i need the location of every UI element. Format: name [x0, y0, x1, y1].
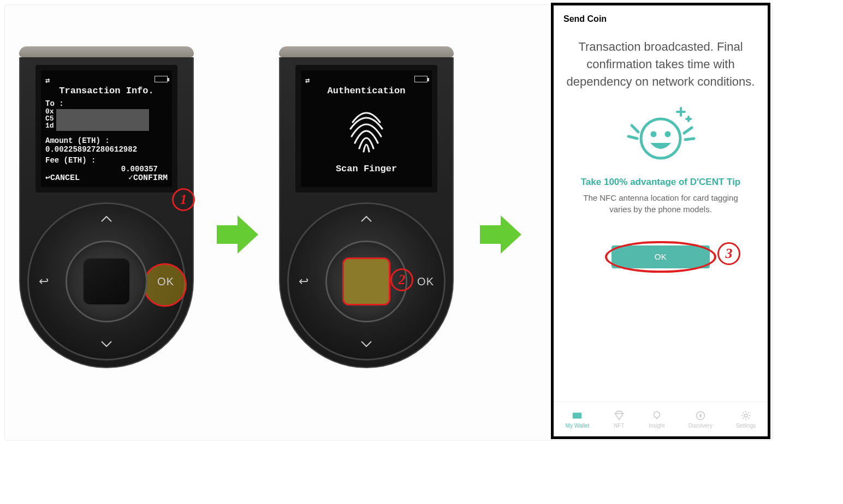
bulb-icon	[651, 410, 663, 422]
battery-icon	[155, 76, 168, 82]
tip-title: Take 100% advantage of D'CENT Tip	[554, 177, 768, 188]
wheel-ok[interactable]: OK	[417, 275, 434, 288]
fingerprint-sensor[interactable]	[82, 257, 130, 305]
wheel-down[interactable]	[360, 337, 372, 351]
address-redacted	[56, 109, 149, 131]
device-screen-txinfo: ⇄ Transaction Info. To : 0x C5 1d Amount…	[35, 65, 177, 193]
device-body: ⇄ Authentication	[279, 57, 454, 368]
wheel-back[interactable]: ↩	[39, 274, 49, 289]
amount-value: 0.002258927280612982	[45, 145, 168, 154]
fee-label: Fee (ETH) :	[45, 156, 168, 165]
device-top-cap	[279, 46, 454, 57]
diamond-icon	[613, 410, 625, 422]
amount-label: Amount (ETH) :	[45, 136, 168, 145]
svg-marker-18	[699, 413, 702, 418]
screen-title: Authentication	[328, 86, 406, 96]
step-badge-3: 3	[717, 242, 740, 265]
svg-line-5	[632, 125, 638, 132]
addr-prefix-3: 1d	[45, 122, 54, 129]
step-badge-1: 1	[172, 188, 195, 211]
hardware-wallet-step2: ⇄ Authentication	[279, 46, 454, 368]
svg-point-4	[666, 133, 669, 136]
tab-label: Insight	[649, 423, 664, 429]
wheel-down[interactable]	[100, 337, 112, 351]
wheel-up[interactable]	[360, 212, 372, 226]
phone-screen: Send Coin Transaction broadcasted. Final…	[551, 3, 770, 439]
flow-arrow-icon	[480, 215, 521, 254]
svg-line-6	[628, 136, 637, 139]
svg-point-2	[641, 119, 680, 158]
device-top-cap	[19, 46, 194, 57]
tab-settings[interactable]: Settings	[736, 410, 756, 429]
scan-finger-text: Scan Finger	[336, 164, 397, 174]
wheel-ok-label: OK	[157, 275, 174, 287]
svg-marker-14	[615, 413, 623, 419]
hardware-wallet-step1: ⇄ Transaction Info. To : 0x C5 1d Amount…	[19, 46, 194, 368]
wheel-inner	[66, 241, 147, 322]
gear-icon	[740, 410, 752, 422]
cancel-action[interactable]: ↩CANCEL	[45, 172, 80, 183]
svg-point-19	[744, 414, 747, 417]
wallet-icon	[571, 410, 583, 422]
battery-icon	[414, 76, 428, 82]
nav-wheel: ↩ OK	[27, 202, 186, 361]
compass-icon	[694, 410, 707, 422]
svg-rect-13	[573, 413, 582, 419]
tab-nft[interactable]: NFT	[613, 410, 625, 429]
tab-discovery[interactable]: Discovery	[688, 410, 713, 429]
svg-point-15	[654, 412, 660, 418]
svg-point-3	[652, 133, 655, 136]
to-label: To :	[45, 99, 168, 108]
device-body: ⇄ Transaction Info. To : 0x C5 1d Amount…	[19, 57, 194, 368]
fingerprint-sensor-highlighted[interactable]	[342, 257, 390, 305]
step-badge-2: 2	[390, 268, 413, 291]
screen-status-bar: ⇄	[305, 76, 428, 85]
sync-icon: ⇄	[45, 76, 50, 85]
smile-icon	[554, 100, 768, 168]
wheel-up[interactable]	[100, 212, 112, 226]
svg-marker-0	[217, 215, 258, 254]
wheel-back[interactable]: ↩	[299, 274, 308, 289]
tip-body: The NFC antenna location for card taggin…	[554, 188, 768, 215]
screen-status-bar: ⇄	[45, 76, 168, 85]
flow-arrow-icon	[217, 215, 258, 254]
tab-insight[interactable]: Insight	[649, 410, 664, 429]
tab-my-wallet[interactable]: My Wallet	[566, 410, 590, 429]
tab-label: Discovery	[688, 423, 713, 429]
device-screen-auth: ⇄ Authentication	[295, 65, 437, 193]
svg-line-8	[685, 139, 694, 140]
nav-wheel: ↩ OK 2	[287, 202, 446, 361]
svg-line-7	[684, 128, 692, 133]
screen-title: Transaction Info.	[45, 86, 168, 96]
tab-label: Settings	[736, 423, 756, 429]
broadcast-message: Transaction broadcasted. Final confirmat…	[554, 38, 768, 91]
svg-marker-1	[480, 215, 521, 254]
instruction-canvas: ⇄ Transaction Info. To : 0x C5 1d Amount…	[4, 4, 773, 441]
tab-label: My Wallet	[566, 423, 590, 429]
bottom-tab-bar: My Wallet NFT Insight Discovery Settings	[554, 401, 768, 436]
ok-highlight-ellipse	[605, 241, 716, 273]
sync-icon: ⇄	[305, 76, 310, 85]
tab-label: NFT	[614, 423, 624, 429]
fingerprint-icon	[346, 106, 387, 154]
confirm-action[interactable]: ✓CONFIRM	[128, 172, 168, 183]
app-title: Send Coin	[554, 5, 768, 38]
wheel-ok[interactable]: OK	[157, 275, 174, 288]
